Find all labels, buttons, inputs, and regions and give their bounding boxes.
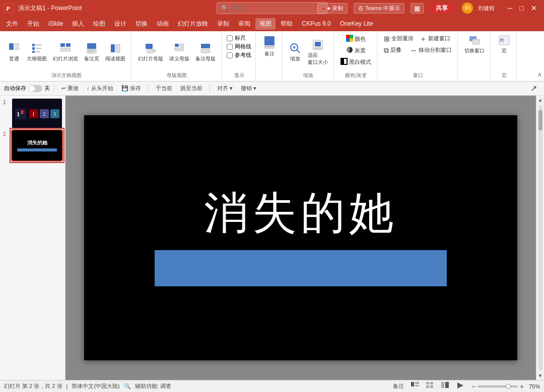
svg-rect-38	[315, 42, 321, 46]
slide-main-text: 消失的她	[204, 189, 397, 238]
normal-view-btn[interactable]: 普通	[5, 41, 23, 64]
menu-review[interactable]: 审阅	[234, 18, 254, 30]
zoom-in-btn[interactable]: +	[520, 382, 524, 390]
split-btn[interactable]: ↔ 移动分割窗口	[407, 45, 454, 55]
cursor-pos: ↗	[527, 83, 540, 94]
align-btn[interactable]: 对齐 ▾	[214, 84, 236, 93]
reading-view-btn[interactable]: 阅读视图	[103, 41, 128, 64]
slide-thumb-1[interactable]: 1 1 2 1 2 3	[11, 98, 63, 129]
slide-master-btn[interactable]: 幻灯片母版	[135, 41, 166, 64]
slide-thumb-2[interactable]: 2 消失的她	[11, 129, 63, 161]
menu-draw[interactable]: 绘图	[89, 18, 109, 30]
present-mode-button[interactable]: ▦	[411, 3, 424, 14]
close-button[interactable]: ✕	[528, 3, 540, 13]
zoom-thumb	[506, 384, 511, 389]
to-current-btn[interactable]: 跳至当前	[177, 84, 206, 93]
menu-view[interactable]: 视图	[255, 18, 276, 30]
slide-sorter-btn[interactable]: 幻灯片浏览	[50, 41, 81, 64]
gridlines-checkbox[interactable]: 网格线	[227, 43, 251, 50]
presentation-views-label: 演示文稿视图	[51, 72, 82, 79]
svg-rect-32	[265, 46, 274, 47]
guides-check[interactable]	[227, 52, 233, 58]
menu-record[interactable]: 录制	[213, 18, 233, 30]
bw-btn[interactable]: 黑白模式	[338, 56, 374, 67]
fit-window-btn[interactable]: 适应窗口大小	[305, 38, 330, 67]
new-window-btn[interactable]: ＋ 新建窗口	[417, 33, 453, 44]
ribbon-group-notes: 备注	[257, 32, 282, 80]
menu-file[interactable]: 文件	[2, 18, 22, 30]
search-input[interactable]	[231, 5, 323, 12]
from-start-btn[interactable]: ↑ 从头开始	[84, 84, 116, 93]
gridlines-label: 网格线	[235, 43, 251, 50]
reading-view-status-btn[interactable]	[439, 381, 451, 391]
cascade-btn[interactable]: ⧉ 层叠	[381, 45, 406, 55]
teams-button[interactable]: 在 Teams 中展示	[354, 3, 404, 14]
ribbon-expand-btn[interactable]: ∧	[537, 32, 542, 80]
notes-btn[interactable]: 备注	[260, 33, 279, 59]
scroll-thumb[interactable]	[538, 110, 542, 130]
menu-help[interactable]: 帮助	[277, 18, 297, 30]
menu-ckpus[interactable]: CKPus 9.0	[298, 19, 334, 29]
scroll-up-arrow[interactable]: ▲	[536, 96, 544, 104]
canvas-area[interactable]: 消失的她	[65, 96, 536, 380]
comments-btn[interactable]: 备注	[391, 382, 406, 390]
at-current-btn[interactable]: 于当前	[153, 84, 175, 93]
zoom-level[interactable]: 75%	[526, 383, 540, 389]
scroll-down-arrow[interactable]: ▼	[536, 371, 544, 380]
right-scrollbar[interactable]: ▲ ▼	[536, 96, 544, 380]
user-avatar[interactable]: 刘	[462, 3, 473, 14]
ruler-check[interactable]	[227, 35, 233, 41]
undo2-btn[interactable]: 撤销 ▾	[238, 84, 259, 93]
bw-label: 黑白模式	[349, 58, 371, 66]
outline-view-btn[interactable]: 大纲视图	[24, 41, 49, 64]
menu-home[interactable]: 开始	[23, 18, 43, 30]
arrange-all-btn[interactable]: ⊞ 全部重排	[381, 33, 416, 44]
show-checkboxes: 标尺 网格线 参考线	[226, 33, 252, 60]
scroll-track[interactable]	[538, 105, 542, 370]
color-btn[interactable]: 颜色	[344, 33, 369, 44]
svg-rect-28	[201, 44, 210, 48]
menu-design[interactable]: 设计	[110, 18, 130, 30]
gridlines-check[interactable]	[227, 44, 233, 50]
grayscale-btn[interactable]: 灰度	[344, 45, 369, 56]
sorter-view-status-btn[interactable]	[424, 381, 436, 391]
zoom-out-btn[interactable]: −	[471, 382, 475, 390]
arrange-all-icon: ⊞	[384, 35, 390, 42]
autosave-toggle[interactable]: 自动保存 关	[4, 85, 50, 92]
search-bar[interactable]: 🔍	[217, 2, 327, 14]
status-left: 幻灯片 第 2 张，共 2 张 | 简体中文(中国大陆) 🔍 辅助功能: 调查	[4, 382, 171, 390]
slide-blue-bar	[155, 250, 447, 286]
svg-rect-29	[201, 49, 210, 53]
at-current-label: 于当前	[156, 85, 172, 92]
slide-sorter-icon	[60, 43, 71, 55]
zoom-slider[interactable]	[478, 385, 518, 387]
ruler-checkbox[interactable]: 标尺	[227, 34, 251, 42]
window-top-row: ⊞ 全部重排 ＋ 新建窗口	[381, 33, 454, 44]
guides-checkbox[interactable]: 参考线	[227, 51, 251, 59]
menu-islide[interactable]: iSlide	[44, 19, 67, 29]
menu-animations[interactable]: 动画	[153, 18, 173, 30]
bw-icon	[341, 58, 348, 66]
macro-btn[interactable]: M 宏	[495, 33, 513, 56]
notes-master-btn[interactable]: 备注母版	[193, 41, 218, 64]
slide-panel[interactable]: 1 1 2 1 2 3	[0, 96, 65, 380]
slideshow-status-btn[interactable]	[454, 381, 466, 391]
share-button[interactable]: 共享	[430, 3, 454, 14]
zoom-btn[interactable]: 缩放	[286, 41, 304, 64]
menu-transitions[interactable]: 切换	[131, 18, 152, 30]
svg-rect-42	[346, 38, 350, 42]
minimize-button[interactable]: ─	[505, 3, 516, 13]
toggle-track[interactable]	[28, 85, 42, 92]
zoom-buttons: 缩放 适应窗口大小	[286, 33, 330, 72]
undo-btn[interactable]: ↩ 重做	[58, 84, 82, 93]
normal-view-status-btn[interactable]	[409, 381, 421, 391]
menu-slideshow[interactable]: 幻灯片放映	[174, 18, 212, 30]
handout-master-btn[interactable]: 讲义母版	[167, 41, 192, 64]
switch-window-btn[interactable]: 切换窗口	[462, 33, 487, 56]
save-btn[interactable]: 💾 保存	[118, 84, 144, 93]
notes-page-btn[interactable]: 备注页	[82, 41, 102, 64]
menu-onekey[interactable]: OneKey Lite	[336, 19, 377, 29]
svg-rect-26	[175, 48, 179, 51]
restore-button[interactable]: □	[517, 3, 527, 13]
menu-insert[interactable]: 插入	[68, 18, 88, 30]
